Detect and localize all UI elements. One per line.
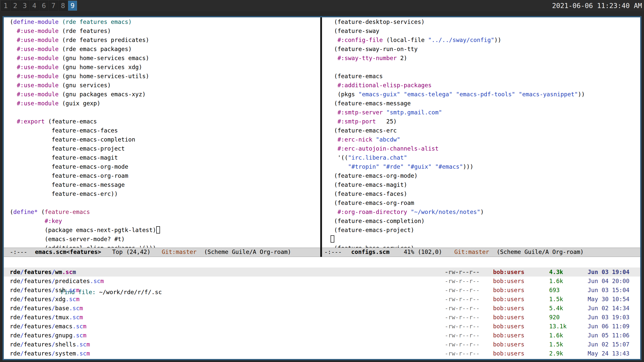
code-line: (feature-sway bbox=[331, 26, 640, 35]
code-line: #:use-module (gnu home-services emacs) bbox=[10, 54, 320, 63]
file-name: rde/features/ssh.scm bbox=[10, 286, 79, 295]
buffer-position: 41% (102,0) bbox=[404, 249, 442, 255]
code-line bbox=[331, 235, 640, 244]
code-line bbox=[10, 108, 320, 117]
code-line: #:use-module (rde features) bbox=[10, 26, 320, 35]
completion-candidate[interactable]: rde/features/predicates.scm-rw-r--r--bob… bbox=[4, 277, 640, 286]
file-owner: bob:users bbox=[493, 277, 525, 286]
file-size: 5.4k bbox=[549, 304, 563, 313]
workspace-button-1[interactable]: 1 bbox=[1, 1, 10, 11]
major-mode: (Scheme Guile/A Org-roam) bbox=[204, 249, 291, 255]
minibuffer-prompt-line[interactable]: 1/15 Find file: ~/work/rde/r/f/.sc bbox=[4, 257, 640, 267]
file-owner: bob:users bbox=[493, 304, 525, 313]
code-line: #:key bbox=[10, 216, 320, 225]
file-size: 13.1k bbox=[549, 322, 567, 331]
file-permissions: -rw-r--r-- bbox=[445, 340, 479, 349]
file-name: rde/features/tmux.scm bbox=[10, 313, 83, 322]
file-size: 2.9k bbox=[549, 349, 563, 358]
file-size: 693 bbox=[549, 286, 560, 295]
code-line: #:use-module (rde features predicates) bbox=[10, 35, 320, 44]
code-line: feature-emacs-completion bbox=[10, 135, 320, 144]
workspace-button-9[interactable]: 9 bbox=[68, 1, 77, 11]
window-divider[interactable] bbox=[320, 17, 322, 257]
buffer-name: configs.scm bbox=[351, 249, 389, 255]
file-name: rde/features/wm.scm bbox=[10, 267, 76, 277]
completion-list: rde/features/wm.scm-rw-r--r--bob:users4.… bbox=[4, 267, 640, 358]
code-line: (feature-emacs-project) bbox=[331, 225, 640, 235]
buffer-name: emacs.scm<features> bbox=[35, 249, 101, 255]
file-permissions: -rw-r--r-- bbox=[445, 304, 479, 313]
emacs-frame: (define-module (rde features emacs) #:us… bbox=[3, 16, 641, 360]
modeline-state: -:--- bbox=[324, 249, 342, 255]
file-owner: bob:users bbox=[493, 313, 525, 322]
completion-candidate[interactable]: rde/features/tmux.scm-rw-r--r--bob:users… bbox=[4, 313, 640, 322]
completion-candidate[interactable]: rde/features/wm.scm-rw-r--r--bob:users4.… bbox=[4, 267, 640, 277]
workspace-list: 12346789 bbox=[1, 1, 77, 11]
completion-candidate[interactable]: rde/features/base.scm-rw-r--r--bob:users… bbox=[4, 304, 640, 313]
modeline-right: -:--- configs.scm 41% (102,0) Git:master… bbox=[322, 248, 640, 257]
modeline-state: -:--- bbox=[10, 249, 27, 255]
code-line: #:smtp-port 25) bbox=[331, 117, 640, 126]
file-size: 1.5k bbox=[549, 340, 563, 349]
file-owner: bob:users bbox=[493, 340, 525, 349]
major-mode: (Scheme Guile/A Org-roam) bbox=[497, 249, 584, 255]
file-date: May 30 10:54 bbox=[588, 295, 629, 304]
code-line: feature-emacs-org-roam bbox=[10, 171, 320, 180]
file-owner: bob:users bbox=[493, 295, 525, 304]
file-date: Jun 03 19:04 bbox=[588, 267, 629, 277]
code-line: #:config-file (local-file "../../sway/co… bbox=[331, 35, 640, 44]
code-line: (feature-sway-run-on-tty bbox=[331, 44, 640, 54]
code-line: (feature-emacs-faces) bbox=[331, 189, 640, 198]
workspace-button-8[interactable]: 8 bbox=[59, 1, 67, 11]
file-size: 4.3k bbox=[549, 267, 563, 277]
status-bar: 12346789 2021-06-06 11:23:40 AM bbox=[0, 0, 644, 11]
code-line: feature-emacs-faces bbox=[10, 126, 320, 135]
code-line: (feature-desktop-services) bbox=[331, 17, 640, 26]
vcs-branch: Git:master bbox=[162, 249, 196, 255]
buffer-position: Top (24,42) bbox=[112, 249, 150, 255]
completion-candidate[interactable]: rde/features/system.scm-rw-r--r--bob:use… bbox=[4, 349, 640, 358]
code-line: (feature-emacs-completion) bbox=[331, 216, 640, 225]
file-owner: bob:users bbox=[493, 349, 525, 358]
code-line bbox=[331, 63, 640, 72]
code-line: "#tropin" "#rde" "#guix" "#emacs"))) bbox=[331, 162, 640, 171]
minibuffer-area: 1/15 Find file: ~/work/rde/r/f/.sc rde/f… bbox=[4, 257, 640, 359]
completion-candidate[interactable]: rde/features/ssh.scm-rw-r--r--bob:users6… bbox=[4, 286, 640, 295]
file-date: Jun 06 11:09 bbox=[588, 322, 629, 331]
file-name: rde/features/predicates.scm bbox=[10, 277, 104, 286]
workspace-button-3[interactable]: 3 bbox=[20, 1, 29, 11]
file-name: rde/features/xdg.scm bbox=[10, 295, 79, 304]
completion-candidate[interactable]: rde/features/gnupg.scm-rw-r--r--bob:user… bbox=[4, 331, 640, 340]
code-line: feature-emacs-org-mode bbox=[10, 162, 320, 171]
file-owner: bob:users bbox=[493, 331, 525, 340]
code-area-left[interactable]: (define-module (rde features emacs) #:us… bbox=[4, 17, 320, 248]
code-line: feature-emacs-message bbox=[10, 180, 320, 189]
hollow-cursor bbox=[331, 235, 334, 243]
file-date: Jun 03 15:04 bbox=[588, 286, 629, 295]
file-date: Jun 03 19:03 bbox=[588, 313, 629, 322]
code-line: (emacs-server-mode? #t) bbox=[10, 235, 320, 244]
workspace-button-4[interactable]: 4 bbox=[30, 1, 39, 11]
emacs-window-left[interactable]: (define-module (rde features emacs) #:us… bbox=[4, 17, 320, 257]
emacs-window-right[interactable]: (feature-desktop-services) (feature-sway… bbox=[322, 17, 640, 257]
code-line: feature-emacs-erc)) bbox=[10, 189, 320, 198]
code-line: feature-emacs-project bbox=[10, 144, 320, 153]
completion-candidate[interactable]: rde/features/shells.scm-rw-r--r--bob:use… bbox=[4, 340, 640, 349]
completion-candidate[interactable]: rde/features/emacs.scm-rw-r--r--bob:user… bbox=[4, 322, 640, 331]
workspace-button-6[interactable]: 6 bbox=[39, 1, 48, 11]
code-area-right[interactable]: (feature-desktop-services) (feature-sway… bbox=[322, 17, 640, 248]
file-permissions: -rw-r--r-- bbox=[445, 267, 479, 277]
code-line: (feature-emacs-org-mode) bbox=[331, 171, 640, 180]
workspace-button-2[interactable]: 2 bbox=[11, 1, 20, 11]
completion-candidate[interactable]: rde/features/xdg.scm-rw-r--r--bob:users1… bbox=[4, 295, 640, 304]
workspace-button-7[interactable]: 7 bbox=[49, 1, 58, 11]
code-line: (feature-emacs-erc bbox=[331, 126, 640, 135]
code-line: #:smtp-server "smtp.gmail.com" bbox=[331, 108, 640, 117]
code-line: #:use-module (gnu services) bbox=[10, 81, 320, 90]
file-size: 1.5k bbox=[549, 295, 563, 304]
code-line: #:use-module (rde emacs packages) bbox=[10, 44, 320, 54]
code-line: (feature-emacs-magit) bbox=[331, 180, 640, 189]
file-date: Jun 04 20:00 bbox=[588, 277, 629, 286]
file-size: 1.6k bbox=[549, 331, 563, 340]
code-line: (package emacs-next-pgtk-latest) bbox=[10, 225, 320, 235]
